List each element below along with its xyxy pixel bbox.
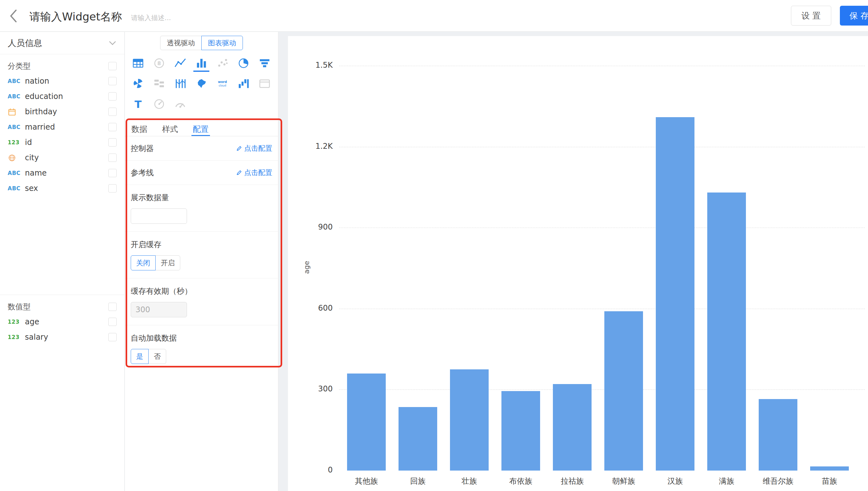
bar-拉祜族[interactable] [553,384,592,470]
field-name: education [25,92,108,101]
cache-label: 开启缓存 [131,239,272,250]
reference-line-configure-link[interactable]: 点击配置 [236,168,272,177]
controller-configure-link[interactable]: 点击配置 [236,144,272,153]
widget-description-input[interactable]: 请输入描述... [131,13,171,22]
globe-icon [8,153,16,162]
y-tick-label: 300 [288,384,333,395]
field-row-sex[interactable]: ABCsex [0,181,124,196]
settings-button[interactable]: 设 置 [791,6,831,26]
section-label: 数值型 [8,302,31,312]
field-row-education[interactable]: ABCeducation [0,89,124,104]
gridline [339,66,865,66]
field-checkbox[interactable] [108,108,117,116]
wordcloud-chart-icon[interactable]: wordcloud [212,74,233,94]
cache-option[interactable]: 开启 [155,255,180,270]
mode-toggle: 透视驱动图表驱动 [125,36,278,50]
field-row-married[interactable]: ABCmarried [0,119,124,135]
back-button[interactable] [8,8,21,24]
x-tick-label: 布依族 [495,476,546,486]
auto-load-label: 自动加载数据 [131,333,272,343]
number-type-tag: 123 [8,139,25,146]
bar-满族[interactable] [707,193,746,470]
field-row-age[interactable]: 123age [0,314,124,329]
string-type-tag: ABC [8,170,25,176]
string-type-tag: ABC [8,185,25,192]
widget-name-input[interactable]: 请输入Widget名称 [29,9,122,24]
bar-维吾尔族[interactable] [759,399,797,470]
x-tick-label: 拉祜族 [546,476,598,486]
pie-chart-icon[interactable] [233,53,254,74]
bar-其他族[interactable] [347,374,386,470]
bar-朝鲜族[interactable] [604,311,643,470]
parallel-chart-icon[interactable] [170,74,190,94]
funnel-chart-icon[interactable] [254,53,275,74]
panel-tabs: 数据样式配置 [125,122,278,136]
section-checkbox[interactable] [108,62,117,70]
rose-chart-icon[interactable] [128,74,148,94]
auto-load-option[interactable]: 否 [148,349,166,364]
line-chart-icon[interactable] [170,53,190,74]
bar-汉族[interactable] [656,117,695,470]
bar-chart-icon[interactable] [191,53,212,74]
field-row-birthday[interactable]: birthday [0,104,124,119]
cache-option[interactable]: 关闭 [131,255,156,270]
tab-数据[interactable]: 数据 [131,122,147,136]
mode-option[interactable]: 图表驱动 [201,36,243,50]
cache-ttl-input[interactable] [131,302,187,317]
field-checkbox[interactable] [108,184,117,193]
view-selector[interactable]: 人员信息 [0,32,124,54]
bar-布依族[interactable] [501,391,540,470]
field-row-nation[interactable]: ABCnation [0,74,124,89]
field-name: name [25,169,108,177]
field-name: city [25,153,108,162]
field-checkbox[interactable] [108,318,117,326]
cache-toggle: 关闭开启 [131,255,272,270]
field-checkbox[interactable] [108,92,117,100]
china-map-chart-icon[interactable] [191,74,212,94]
display-count-input[interactable] [131,208,187,224]
field-row-name[interactable]: ABCname [0,165,124,181]
field-row-city[interactable]: city [0,150,124,165]
string-type-tag: ABC [8,93,25,99]
bar-壮族[interactable] [450,369,489,470]
tab-配置[interactable]: 配置 [193,122,209,136]
mode-option[interactable]: 透视驱动 [160,36,202,50]
svg-text:T: T [135,98,142,111]
bar-回族[interactable] [399,407,437,470]
waterfall-chart-icon[interactable] [233,74,254,94]
field-checkbox[interactable] [108,169,117,177]
bar-苗族[interactable] [810,466,849,470]
auto-load-option[interactable]: 是 [131,349,148,364]
field-checkbox[interactable] [108,138,117,147]
fields-sidebar: 人员信息 分类型 ABCnationABCeducationbirthdayAB… [0,32,125,491]
display-count-block: 展示数据量 [125,185,278,232]
number-type-tag: 123 [8,334,25,340]
svg-text:8: 8 [157,60,161,66]
field-name: id [25,138,108,147]
reference-line-configure-label: 点击配置 [244,168,272,177]
field-checkbox[interactable] [108,153,117,162]
field-name: nation [25,77,108,86]
auto-load-block: 自动加载数据 是否 [125,325,278,372]
save-button[interactable]: 保 存 [840,6,868,26]
field-row-salary[interactable]: 123salary [0,329,124,345]
field-checkbox[interactable] [108,123,117,131]
field-name: sex [25,184,108,193]
section-label: 分类型 [8,61,31,71]
tab-样式[interactable]: 样式 [162,122,178,136]
table-chart-icon[interactable] [128,53,148,74]
x-tick-label: 苗族 [804,476,855,486]
y-tick-label: 1.2K [288,142,333,152]
section-checkbox[interactable] [108,302,117,311]
globe-icon [8,153,25,162]
field-checkbox[interactable] [108,333,117,341]
numeric-field-list: 123age123salary [0,314,124,345]
cache-block: 开启缓存 关闭开启 [125,232,278,279]
text-chart-icon[interactable]: T [128,94,148,114]
field-checkbox[interactable] [108,77,117,85]
chart-type-grid: 8wordcloudT [128,53,275,114]
string-type-tag: ABC [8,124,25,130]
view-name: 人员信息 [8,37,42,49]
chart-preview-card: age 03006009001.2K1.5K其他族回族壮族布依族拉祜族朝鲜族汉族… [288,36,868,491]
field-row-id[interactable]: 123id [0,135,124,150]
